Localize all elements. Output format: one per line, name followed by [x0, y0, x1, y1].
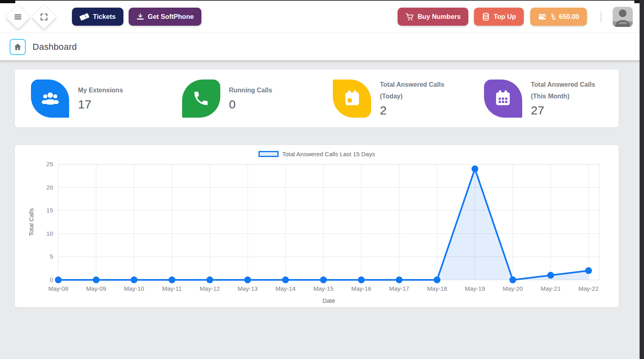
phone-icon [182, 80, 220, 118]
tickets-button[interactable]: Tickets [72, 8, 123, 26]
window-corner-artifact-left [0, 0, 15, 3]
shopping-cart-icon [405, 12, 414, 21]
page-title: Dashboard [33, 42, 77, 52]
coins-icon [482, 12, 490, 21]
stat-label: My Extensions [78, 85, 123, 96]
user-avatar[interactable] [613, 7, 633, 27]
stat-value: 0 [229, 97, 273, 112]
buy-numbers-button[interactable]: Buy Numbers [398, 8, 468, 26]
breadcrumb: Dashboard [0, 33, 640, 60]
stats-card: My Extensions 17 Running Calls 0 Tot [14, 69, 619, 128]
stat-value: 27 [531, 103, 609, 118]
chart-legend[interactable]: Total Answered Calls Last 15 Days [23, 149, 611, 159]
taka-currency-icon [550, 13, 556, 20]
svg-text:May-14: May-14 [275, 285, 295, 292]
home-button[interactable] [10, 39, 26, 55]
calendar-days-icon [484, 80, 522, 118]
buy-numbers-button-label: Buy Numbers [418, 13, 461, 20]
hamburger-icon [13, 12, 23, 22]
svg-text:Date: Date [322, 297, 335, 303]
stat-label: Total Answered Calls (Today) [380, 79, 458, 102]
stat-my-extensions: My Extensions 17 [15, 80, 166, 118]
svg-text:May-19: May-19 [465, 285, 485, 292]
download-icon [136, 13, 144, 21]
navbar-divider [601, 12, 601, 22]
top-up-button-label: Top Up [494, 13, 516, 20]
wallet-icon [538, 12, 547, 21]
svg-text:May-15: May-15 [313, 285, 333, 292]
svg-text:May-09: May-09 [86, 285, 106, 292]
svg-text:May-17: May-17 [389, 285, 409, 292]
calls-line-chart: 0510152025May-08May-09May-10May-11May-12… [23, 159, 611, 303]
svg-text:May-22: May-22 [578, 285, 599, 292]
svg-text:May-18: May-18 [427, 285, 447, 292]
svg-text:Total Calls: Total Calls [28, 208, 35, 236]
svg-text:May-21: May-21 [541, 285, 561, 292]
svg-text:May-12: May-12 [200, 285, 220, 292]
svg-text:10: 10 [46, 230, 53, 237]
get-softphone-button-label: Get SoftPhone [148, 13, 194, 20]
stat-value: 2 [380, 103, 458, 118]
fullscreen-button[interactable] [31, 4, 57, 30]
top-navbar: Tickets Get SoftPhone Buy Numbers Top Up [0, 1, 640, 33]
legend-swatch [258, 151, 279, 157]
window-top-edge [0, 0, 644, 1]
dashboard-page: Tickets Get SoftPhone Buy Numbers Top Up [0, 0, 644, 359]
stat-label: Total Answered Calls (This Month) [531, 79, 609, 102]
tickets-button-label: Tickets [93, 13, 116, 20]
svg-text:May-10: May-10 [124, 285, 144, 292]
legend-label: Total Answered Calls Last 15 Days [282, 151, 375, 157]
svg-text:5: 5 [50, 253, 53, 260]
top-up-button[interactable]: Top Up [474, 8, 524, 26]
scrollbar-track[interactable] [640, 0, 644, 359]
main-content: My Extensions 17 Running Calls 0 Tot [0, 60, 640, 359]
home-icon [13, 43, 22, 51]
svg-text:May-16: May-16 [351, 285, 371, 292]
get-softphone-button[interactable]: Get SoftPhone [129, 8, 202, 26]
stat-label: Running Calls [229, 85, 273, 96]
sidebar-toggle-button[interactable] [5, 4, 31, 30]
users-icon [31, 80, 69, 118]
svg-text:20: 20 [46, 184, 53, 191]
fullscreen-icon [39, 12, 48, 21]
balance-button[interactable]: 650.00 [530, 8, 587, 26]
svg-text:May-11: May-11 [162, 285, 182, 292]
svg-text:15: 15 [46, 207, 53, 214]
stat-value: 17 [78, 97, 123, 112]
stat-running-calls: Running Calls 0 [166, 80, 317, 118]
svg-text:May-20: May-20 [503, 285, 523, 292]
ticket-icon [79, 12, 90, 22]
person-icon [613, 7, 633, 27]
svg-text:0: 0 [50, 276, 53, 283]
stat-answered-today: Total Answered Calls (Today) 2 [317, 79, 468, 118]
stat-answered-month: Total Answered Calls (This Month) 27 [468, 79, 619, 118]
svg-text:May-13: May-13 [238, 285, 258, 292]
chart-card: Total Answered Calls Last 15 Days 051015… [14, 145, 619, 308]
svg-text:May-08: May-08 [48, 285, 68, 292]
calendar-today-icon [333, 80, 371, 118]
svg-text:25: 25 [46, 161, 53, 167]
balance-amount: 650.00 [559, 13, 579, 20]
